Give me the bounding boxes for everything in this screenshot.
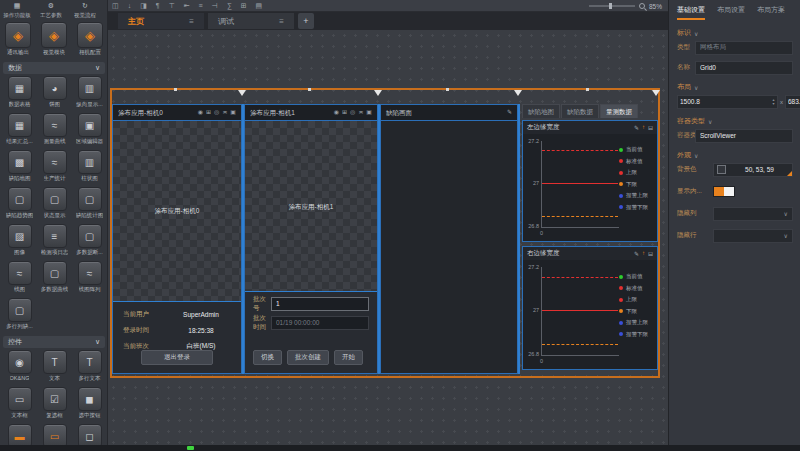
- sidebar-item[interactable]: ▦ 结果汇总...: [6, 113, 33, 150]
- sidebar-item[interactable]: ◻: [78, 424, 102, 445]
- column-splitter[interactable]: [518, 104, 520, 374]
- sidebar-item[interactable]: ☑ 复选框: [43, 387, 67, 424]
- toolbar-icon[interactable]: ⇤: [184, 0, 190, 12]
- section-identity[interactable]: 标识 ∨: [677, 28, 698, 38]
- toolbar-icon[interactable]: ▤: [256, 0, 263, 12]
- section-header-controls[interactable]: 控件 ∨: [3, 336, 105, 348]
- chart-tool-icon[interactable]: ✎: [634, 124, 639, 131]
- toolbar-icon[interactable]: ¶: [156, 0, 160, 12]
- section-header-data[interactable]: 数据 ∨: [3, 62, 105, 74]
- sidebar-item[interactable]: ◼ 选中按钮: [78, 387, 102, 424]
- sidebar-item[interactable]: ▢ 多数据曲线: [41, 261, 69, 298]
- sidebar-tool-item[interactable]: ◈ 视觉模块: [36, 22, 72, 56]
- column-handle-icon[interactable]: [652, 90, 660, 96]
- name-input[interactable]: [695, 61, 793, 75]
- column-handle-icon[interactable]: [238, 90, 246, 96]
- panel-camera1[interactable]: 涂布应用-相机1 ◉ ⊞ ◎ ≍ ▣: [244, 104, 378, 374]
- hidden-rows-dropdown[interactable]: ∨: [713, 229, 793, 243]
- sidebar-item[interactable]: ▨ 图像: [8, 224, 32, 261]
- column-handle-icon[interactable]: [374, 90, 382, 96]
- sidebar-item[interactable]: T 文本: [43, 350, 67, 387]
- document-tab[interactable]: 调试 ≡: [208, 13, 294, 29]
- sidebar-item[interactable]: ≡ 检测项日志: [41, 224, 69, 261]
- sidebar-item[interactable]: ▦ 数据表格: [8, 76, 32, 113]
- section-appearance[interactable]: 外观 ∨: [677, 150, 698, 160]
- sidebar-item[interactable]: ▢ 缺陷趋势图: [6, 187, 34, 224]
- menu-icon[interactable]: ≡: [189, 17, 194, 26]
- column-splitter[interactable]: [242, 104, 244, 374]
- toolbar-icon[interactable]: ◨: [140, 0, 147, 12]
- width-stepper[interactable]: ▴▾: [677, 95, 778, 109]
- batch-button[interactable]: 批次创建: [287, 350, 329, 365]
- image-viewport[interactable]: 涂布应用-相机0: [113, 121, 241, 301]
- batch-button[interactable]: 开始: [334, 350, 363, 365]
- panel-tool-icon[interactable]: ◉: [198, 105, 203, 120]
- toolbar-icon[interactable]: ∑: [227, 0, 232, 12]
- sidebar-item[interactable]: ◕ 饼图: [43, 76, 67, 113]
- hidden-columns-dropdown[interactable]: ∨: [713, 207, 793, 221]
- sidebar-item[interactable]: ▢ 状态显示: [43, 187, 67, 224]
- toolbar-icon[interactable]: ⊞: [241, 0, 247, 12]
- sidebar-item[interactable]: ▭ 文本框: [8, 387, 32, 424]
- toolbar-icon[interactable]: ≡: [199, 0, 203, 12]
- panel-tool-icon[interactable]: ▣: [230, 105, 236, 120]
- panel-tool-icon[interactable]: ⊞: [206, 105, 211, 120]
- data-view-tab[interactable]: 量测数据: [600, 104, 638, 118]
- section-layout[interactable]: 布局 ∨: [677, 82, 698, 92]
- sidebar-item[interactable]: ≈ 生产统计: [43, 150, 67, 187]
- document-tab[interactable]: 主页 ≡: [118, 13, 204, 29]
- stepper-arrows-icon[interactable]: ▴▾: [770, 96, 777, 108]
- chart-tool-icon[interactable]: ↑: [642, 124, 645, 131]
- panel-tool-icon[interactable]: ◉: [334, 105, 339, 120]
- properties-tab[interactable]: 布局方案: [757, 5, 785, 20]
- data-view-tab[interactable]: 缺陷地图: [522, 104, 560, 118]
- data-view-tab[interactable]: 缺陷数据: [561, 104, 599, 118]
- sidebar-item[interactable]: ▩ 缺陷地图: [8, 150, 32, 187]
- sidebar-top-item[interactable]: ⚙ 工艺参数: [34, 1, 68, 19]
- panel-tool-icon[interactable]: ⊞: [342, 105, 347, 120]
- menu-icon[interactable]: ≡: [279, 17, 284, 26]
- sidebar-top-item[interactable]: ↻ 视觉流程: [68, 1, 102, 19]
- width-input[interactable]: [678, 96, 770, 108]
- show-content-toggle[interactable]: [713, 186, 735, 197]
- batch-no-input[interactable]: [271, 297, 369, 311]
- sidebar-tool-item[interactable]: ◈ 相机配置: [72, 22, 108, 56]
- sidebar-item[interactable]: ▭: [43, 424, 67, 445]
- panel-camera0[interactable]: 涂布应用-相机0 ◉ ⊞ ◎ ≍ ▣: [112, 104, 242, 374]
- toolbar-icon[interactable]: ⊤: [169, 0, 175, 12]
- panel-tool-icon[interactable]: ≍: [358, 105, 363, 120]
- sidebar-item[interactable]: ≈ 线图阵列: [78, 261, 102, 298]
- toolbar-icon[interactable]: ◫: [112, 0, 119, 12]
- batch-time-input[interactable]: [271, 316, 369, 330]
- chart-tool-icon[interactable]: ✎: [634, 250, 639, 257]
- edit-icon[interactable]: ✎: [507, 105, 512, 120]
- panel-tool-icon[interactable]: ◎: [350, 105, 355, 120]
- container-type-input[interactable]: [695, 129, 793, 143]
- panel-defect[interactable]: 缺陷画面 ✎: [380, 104, 518, 374]
- logout-button[interactable]: 退出登录: [141, 350, 213, 365]
- sidebar-item[interactable]: ▬: [8, 424, 32, 445]
- height-stepper[interactable]: ▴▾: [785, 95, 800, 109]
- sidebar-item[interactable]: ≈ 线图: [8, 261, 32, 298]
- column-splitter[interactable]: [378, 104, 380, 374]
- sidebar-tool-item[interactable]: ◈ 通讯输出: [0, 22, 36, 56]
- sidebar-item[interactable]: ▢ 缺陷统计图: [76, 187, 104, 224]
- add-tab-button[interactable]: +: [298, 13, 314, 29]
- properties-tab[interactable]: 基础设置: [677, 5, 705, 20]
- panel-tool-icon[interactable]: ◎: [214, 105, 219, 120]
- chart-tool-icon[interactable]: ↑: [642, 250, 645, 257]
- column-handle-icon[interactable]: [514, 90, 522, 96]
- sidebar-item[interactable]: ▣ 区域编辑器: [76, 113, 104, 150]
- toolbar-icon[interactable]: ⊣: [212, 0, 218, 12]
- batch-button[interactable]: 切换: [253, 350, 282, 365]
- sidebar-item[interactable]: ▥ 纵向显示...: [76, 76, 103, 113]
- sidebar-top-item[interactable]: ▦ 操作功能板: [0, 1, 34, 19]
- sidebar-item[interactable]: ≈ 测量曲线: [43, 113, 67, 150]
- sidebar-item[interactable]: T 多行文本: [78, 350, 102, 387]
- section-container-type[interactable]: 容器类型 ∨: [677, 116, 712, 126]
- design-surface[interactable]: 涂布应用-相机0 ◉ ⊞ ◎ ≍ ▣: [108, 30, 668, 445]
- chart-tool-icon[interactable]: ⊟: [648, 124, 653, 131]
- sidebar-item[interactable]: ▢ 多行列缺...: [6, 298, 33, 335]
- height-input[interactable]: [786, 96, 800, 108]
- background-color-picker[interactable]: 50, 53, 59: [713, 163, 793, 177]
